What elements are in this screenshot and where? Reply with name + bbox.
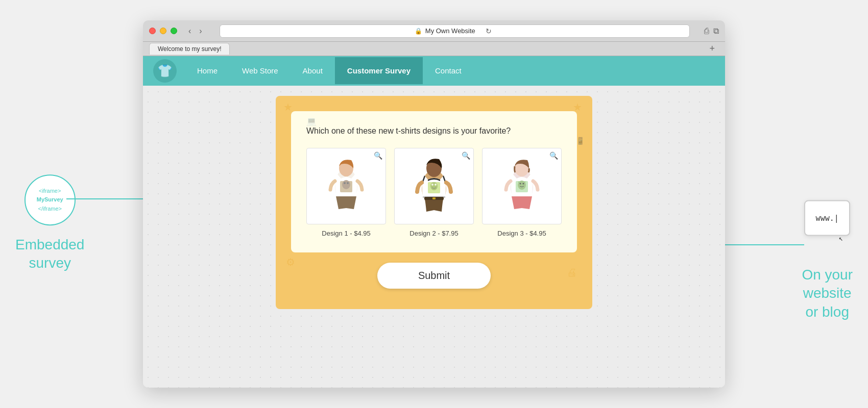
nav-contact[interactable]: Contact	[423, 57, 474, 84]
share-button[interactable]: ⎙	[704, 27, 709, 36]
deco-icon4: 📱	[576, 137, 585, 145]
svg-point-14	[431, 184, 433, 186]
tshirt-options: 🔍	[306, 148, 562, 237]
tshirt-svg-3	[499, 153, 545, 219]
website-content: 👕 Home Web Store About Customer Survey C…	[143, 56, 725, 388]
site-navbar: 👕 Home Web Store About Customer Survey C…	[143, 56, 725, 86]
site-logo: 👕	[153, 59, 177, 83]
maximize-button[interactable]	[171, 28, 177, 34]
www-text: www.|	[816, 214, 839, 223]
nav-buttons: ‹ ›	[185, 26, 205, 37]
svg-point-7	[344, 182, 346, 184]
logo-icon: 👕	[157, 64, 173, 78]
survey-question: Which one of these new t-shirts designs …	[306, 126, 562, 136]
browser-titlebar: ‹ › 🔒 My Own Website ↻ ⎙ ⧉	[143, 20, 725, 42]
iframe-close: </iframe>	[38, 205, 61, 214]
add-tab-button[interactable]: +	[705, 43, 719, 54]
svg-point-15	[435, 184, 437, 186]
tshirt-image-3: 🔍	[482, 148, 562, 224]
nav-survey[interactable]: Customer Survey	[335, 57, 423, 84]
survey-outer: ★ 💻 ★ ⚙ 🖨 📱 Which one of these new t-shi…	[276, 96, 592, 309]
active-tab[interactable]: Welcome to my survey!	[149, 43, 230, 55]
address-bar[interactable]: 🔒 My Own Website ↻	[220, 24, 690, 38]
tshirt-option-1[interactable]: 🔍	[306, 148, 386, 237]
zoom-icon-2[interactable]: 🔍	[462, 151, 470, 160]
submit-area: Submit	[291, 263, 577, 289]
deco-icon2: ⚙	[286, 256, 295, 268]
tshirt-image-1: 🔍	[306, 148, 386, 224]
nav-links: Home Web Store About Customer Survey Con…	[185, 66, 474, 75]
nav-home[interactable]: Home	[185, 57, 230, 84]
browser-actions: ⎙ ⧉	[704, 27, 719, 36]
nav-about[interactable]: About	[291, 57, 335, 84]
tshirt-label-3: Design 3 - $4.95	[482, 230, 562, 237]
forward-button[interactable]: ›	[196, 26, 205, 37]
lock-icon: 🔒	[415, 28, 422, 35]
zoom-icon-3[interactable]: 🔍	[549, 151, 558, 160]
svg-rect-19	[432, 197, 436, 199]
left-annotation-label: Embedded survey	[15, 236, 84, 273]
reload-button[interactable]: ↻	[483, 26, 495, 36]
cursor-icon: ↖	[839, 234, 843, 242]
submit-button[interactable]: Submit	[377, 263, 491, 289]
iframe-open: <iframe>	[39, 187, 61, 196]
deco-star1: ★	[283, 101, 293, 113]
tshirt-svg-2	[411, 153, 457, 219]
deco-icon3: 🖨	[567, 267, 577, 278]
right-annotation: www.| ↖ On your website or blog	[802, 200, 853, 321]
minimize-button[interactable]	[160, 28, 166, 34]
deco-star2: ★	[573, 101, 582, 113]
tshirt-option-3[interactable]: 🔍	[482, 148, 562, 237]
survey-wrapper: ★ 💻 ★ ⚙ 🖨 📱 Which one of these new t-shi…	[143, 86, 725, 319]
tshirt-label-1: Design 1 - $4.95	[306, 230, 386, 237]
tab-bar: Welcome to my survey! +	[143, 42, 725, 56]
tshirt-image-2: 🔍	[394, 148, 474, 224]
tshirt-svg-1	[323, 153, 369, 219]
nav-webstore[interactable]: Web Store	[230, 57, 291, 84]
svg-point-8	[347, 182, 349, 184]
tshirt-option-2[interactable]: 🔍	[394, 148, 474, 237]
new-tab-button[interactable]: ⧉	[713, 27, 719, 36]
back-button[interactable]: ‹	[185, 26, 194, 37]
www-input-box: www.| ↖	[804, 200, 850, 236]
iframe-name: MySurvey	[37, 195, 63, 205]
tshirt-label-2: Design 2 - $7.95	[394, 230, 474, 237]
svg-point-13	[430, 182, 438, 190]
zoom-icon-1[interactable]: 🔍	[374, 151, 382, 160]
close-button[interactable]	[149, 28, 156, 34]
browser-window: ‹ › 🔒 My Own Website ↻ ⎙ ⧉ Welcome to my…	[143, 20, 725, 388]
iframe-circle: <iframe> MySurvey </iframe>	[25, 174, 76, 225]
svg-point-23	[520, 183, 521, 185]
deco-icon1: 💻	[306, 116, 317, 126]
url-text: My Own Website	[425, 27, 475, 35]
svg-point-24	[523, 183, 524, 185]
left-annotation: <iframe> MySurvey </iframe> Embedded sur…	[15, 174, 84, 273]
right-annotation-label: On your website or blog	[802, 266, 853, 321]
survey-inner: Which one of these new t-shirts designs …	[291, 111, 577, 252]
svg-point-6	[342, 180, 350, 189]
